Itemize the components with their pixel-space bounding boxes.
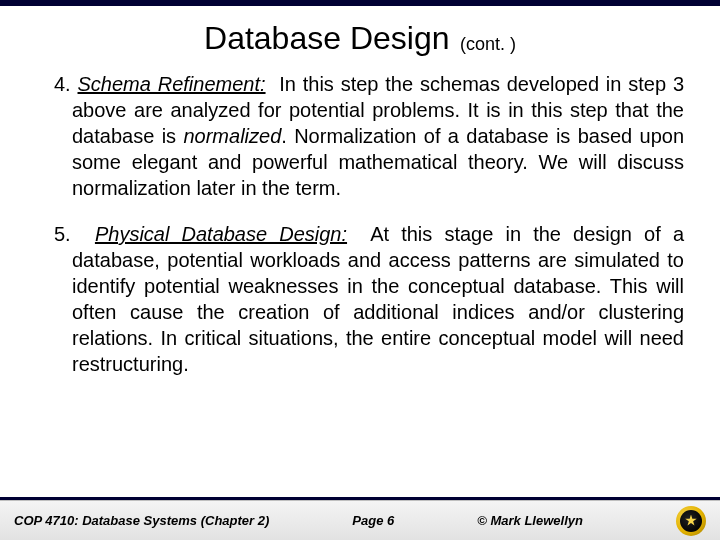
slide: Database Design (cont. ) 4. Schema Refin…: [0, 0, 720, 540]
list-item: 4. Schema Refinement: In this step the s…: [36, 71, 684, 201]
item-text-pre: At this stage in the design of a databas…: [72, 223, 684, 375]
footer-credit: © Mark Llewellyn: [477, 513, 583, 528]
title-area: Database Design (cont. ): [0, 6, 720, 65]
footer-page: Page 6: [352, 513, 394, 528]
footer: COP 4710: Database Systems (Chapter 2) P…: [0, 500, 720, 540]
slide-title: Database Design: [204, 20, 449, 56]
ucf-logo-icon: [676, 506, 706, 536]
body-area: 4. Schema Refinement: In this step the s…: [0, 65, 720, 540]
footer-course: COP 4710: Database Systems (Chapter 2): [14, 513, 269, 528]
item-number: 5.: [54, 223, 71, 245]
item-number: 4.: [54, 73, 71, 95]
item-term: Physical Database Design:: [95, 223, 347, 245]
list-item: 5. Physical Database Design: At this sta…: [36, 221, 684, 377]
item-term: Schema Refinement:: [78, 73, 266, 95]
slide-title-cont: (cont. ): [460, 34, 516, 54]
item-emph: normalized: [183, 125, 281, 147]
